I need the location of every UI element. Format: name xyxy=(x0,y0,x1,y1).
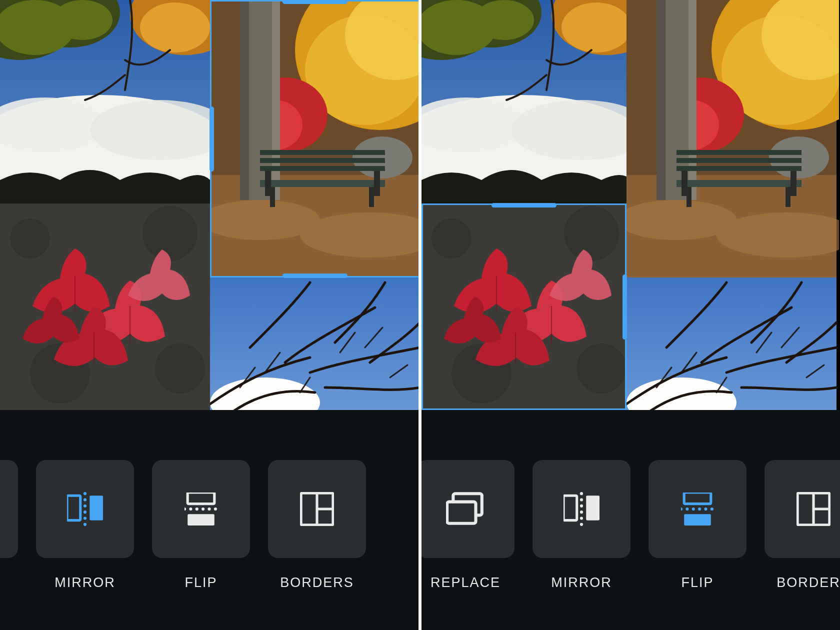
mirror-label: MIRROR xyxy=(36,575,134,590)
mirror-label: MIRROR xyxy=(532,575,630,590)
borders-label: BORDERS xyxy=(764,575,840,590)
borders-icon xyxy=(796,492,830,526)
mirror-icon xyxy=(67,492,103,526)
borders-label: BORDERS xyxy=(268,575,366,590)
collage-cell-bottom-left[interactable] xyxy=(0,204,210,410)
side-by-side-container: LACE MIRROR FLIP BORDERS xyxy=(0,0,840,630)
collage-canvas[interactable] xyxy=(0,0,418,410)
borders-icon xyxy=(300,492,334,526)
collage-cell-top-right[interactable] xyxy=(626,0,839,278)
photo-park-bench xyxy=(626,0,839,278)
replace-icon xyxy=(446,492,485,526)
mirror-icon xyxy=(564,492,600,526)
collage-cell-bottom-right[interactable] xyxy=(210,278,420,410)
replace-button[interactable] xyxy=(420,460,514,558)
collage-cell-top-left[interactable] xyxy=(422,0,626,204)
flip-label: FLIP xyxy=(152,575,250,590)
borders-button[interactable] xyxy=(764,460,840,558)
flip-button[interactable] xyxy=(152,460,250,558)
photo-red-leaves xyxy=(422,204,626,410)
collage-canvas[interactable] xyxy=(422,0,840,410)
mirror-button[interactable] xyxy=(36,460,134,558)
left-screenshot: LACE MIRROR FLIP BORDERS xyxy=(0,0,420,630)
flip-icon xyxy=(184,492,218,526)
photo-park-bench xyxy=(210,0,420,278)
borders-button[interactable] xyxy=(268,460,366,558)
collage-cell-bottom-right[interactable] xyxy=(626,278,839,410)
mirror-button[interactable] xyxy=(532,460,630,558)
photo-red-leaves xyxy=(0,204,210,410)
collage-cell-top-left[interactable] xyxy=(0,0,210,204)
photo-sky-clouds xyxy=(422,0,626,204)
bottom-toolbar: LACE MIRROR FLIP BORDERS xyxy=(0,410,418,630)
collage-cell-bottom-left[interactable] xyxy=(422,204,626,410)
replace-button[interactable] xyxy=(0,460,18,558)
flip-label: FLIP xyxy=(648,575,746,590)
photo-bare-branches xyxy=(210,278,420,410)
flip-button[interactable] xyxy=(648,460,746,558)
right-screenshot: REPLACE MIRROR FLIP BORDERS xyxy=(420,0,840,630)
bottom-toolbar: REPLACE MIRROR FLIP BORDERS xyxy=(422,410,840,630)
replace-label: LACE xyxy=(0,575,18,590)
flip-icon xyxy=(681,492,714,526)
collage-cell-top-right[interactable] xyxy=(210,0,420,278)
replace-label: REPLACE xyxy=(420,575,514,590)
photo-bare-branches xyxy=(626,278,839,410)
photo-sky-clouds xyxy=(0,0,210,204)
